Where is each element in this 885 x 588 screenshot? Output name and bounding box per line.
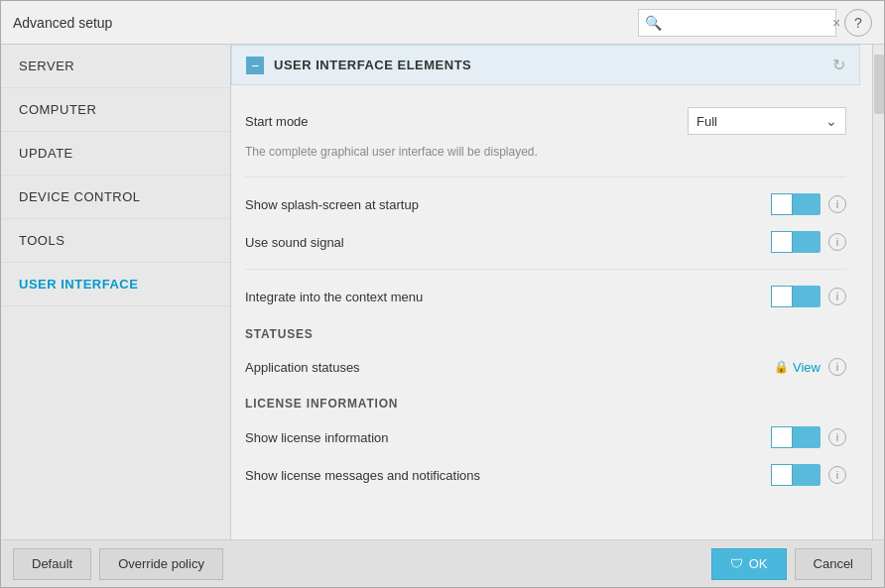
sidebar-item-device-control[interactable]: DEVICE CONTROL xyxy=(1,176,230,219)
integrate-context-info-icon[interactable]: i xyxy=(828,288,846,305)
app-statuses-view-link[interactable]: 🔒 View xyxy=(774,360,821,375)
use-sound-toggle[interactable]: ✓ xyxy=(771,231,821,253)
show-license-control: ✓ i xyxy=(771,426,846,448)
separator-1 xyxy=(245,176,846,177)
main-window: Advanced setup 🔍 × ? SERVER COMPUTER UPD… xyxy=(0,0,885,588)
integrate-context-control: ✓ i xyxy=(771,286,846,307)
use-sound-row: Use sound signal ✓ i xyxy=(245,223,846,261)
show-license-msg-row: Show license messages and notifications … xyxy=(245,456,846,494)
separator-2 xyxy=(245,269,846,270)
lock-icon: 🔒 xyxy=(774,360,789,374)
statuses-title: STATUSES xyxy=(245,315,846,349)
ok-label: OK xyxy=(749,556,768,571)
show-license-row: Show license information ✓ i xyxy=(245,418,846,456)
window-title: Advanced setup xyxy=(13,15,112,31)
search-input[interactable] xyxy=(666,15,832,30)
start-mode-description: The complete graphical user interface wi… xyxy=(245,143,846,169)
override-policy-button[interactable]: Override policy xyxy=(99,548,223,580)
integrate-context-row: Integrate into the context menu ✓ i xyxy=(245,278,846,315)
search-icon: 🔍 xyxy=(645,15,662,31)
show-splash-label: Show splash-screen at startup xyxy=(245,197,771,212)
toggle-knob-license: ✓ xyxy=(771,426,793,448)
toggle-knob-license-msg: ✓ xyxy=(771,464,793,486)
sidebar-item-computer[interactable]: COMPUTER xyxy=(1,88,230,132)
show-license-msg-info-icon[interactable]: i xyxy=(828,466,846,484)
section-title: USER INTERFACE ELEMENTS xyxy=(274,58,832,72)
toggle-knob-context: ✓ xyxy=(771,286,793,307)
use-sound-label: Use sound signal xyxy=(245,235,771,250)
show-license-msg-toggle[interactable]: ✓ xyxy=(771,464,821,486)
start-mode-label: Start mode xyxy=(245,114,688,129)
start-mode-row: Start mode Full ⌄ xyxy=(245,99,846,143)
show-splash-info-icon[interactable]: i xyxy=(828,195,846,213)
show-splash-row: Show splash-screen at startup ✓ i xyxy=(245,185,846,223)
show-license-msg-control: ✓ i xyxy=(771,464,846,486)
integrate-context-toggle[interactable]: ✓ xyxy=(771,286,821,307)
start-mode-value: Full xyxy=(696,114,717,129)
sidebar: SERVER COMPUTER UPDATE DEVICE CONTROL TO… xyxy=(1,45,231,539)
start-mode-dropdown[interactable]: Full ⌄ xyxy=(688,107,846,135)
show-license-toggle[interactable]: ✓ xyxy=(771,426,821,448)
main-content: SERVER COMPUTER UPDATE DEVICE CONTROL TO… xyxy=(1,45,884,539)
scrollbar-thumb[interactable] xyxy=(874,55,884,114)
use-sound-info-icon[interactable]: i xyxy=(828,233,846,251)
shield-icon: 🛡 xyxy=(730,556,743,571)
sidebar-item-tools[interactable]: TOOLS xyxy=(1,219,230,263)
bottom-bar: Default Override policy 🛡 OK Cancel xyxy=(1,539,884,587)
sidebar-item-update[interactable]: UPDATE xyxy=(1,132,230,176)
app-statuses-label: Application statuses xyxy=(245,360,774,375)
section-collapse-button[interactable]: − xyxy=(246,57,264,74)
dropdown-arrow-icon: ⌄ xyxy=(825,113,837,129)
content-scroll: − USER INTERFACE ELEMENTS ↻ Start mode F… xyxy=(231,45,872,539)
section-reset-icon[interactable]: ↻ xyxy=(832,56,845,74)
toggle-knob: ✓ xyxy=(771,193,793,215)
sidebar-item-server[interactable]: SERVER xyxy=(1,45,230,88)
search-box[interactable]: 🔍 × xyxy=(638,9,836,37)
ok-button[interactable]: 🛡 OK xyxy=(711,548,787,580)
search-clear-icon[interactable]: × xyxy=(832,15,840,31)
title-right: 🔍 × ? xyxy=(638,9,872,37)
section-header: − USER INTERFACE ELEMENTS ↻ xyxy=(231,45,860,85)
show-splash-toggle[interactable]: ✓ xyxy=(771,193,821,215)
default-button[interactable]: Default xyxy=(13,548,91,580)
app-statuses-control: 🔒 View i xyxy=(774,358,846,376)
integrate-context-label: Integrate into the context menu xyxy=(245,290,771,304)
content-inner: Start mode Full ⌄ The complete graphical… xyxy=(231,99,860,494)
content-area: − USER INTERFACE ELEMENTS ↻ Start mode F… xyxy=(231,45,884,539)
sidebar-item-user-interface[interactable]: USER INTERFACE xyxy=(1,263,230,306)
help-button[interactable]: ? xyxy=(844,9,872,37)
view-label: View xyxy=(793,360,821,375)
cancel-button[interactable]: Cancel xyxy=(795,548,872,580)
app-statuses-row: Application statuses 🔒 View i xyxy=(245,349,846,385)
show-splash-control: ✓ i xyxy=(771,193,846,215)
use-sound-control: ✓ i xyxy=(771,231,846,253)
show-license-label: Show license information xyxy=(245,430,771,445)
toggle-knob-sound: ✓ xyxy=(771,231,793,253)
show-license-info-icon[interactable]: i xyxy=(828,428,846,446)
app-statuses-info-icon[interactable]: i xyxy=(828,358,846,376)
title-bar: Advanced setup 🔍 × ? xyxy=(1,1,884,45)
license-title: LICENSE INFORMATION xyxy=(245,385,846,418)
show-license-msg-label: Show license messages and notifications xyxy=(245,468,771,483)
start-mode-control: Full ⌄ xyxy=(688,107,846,135)
scrollbar-track[interactable] xyxy=(872,45,884,539)
